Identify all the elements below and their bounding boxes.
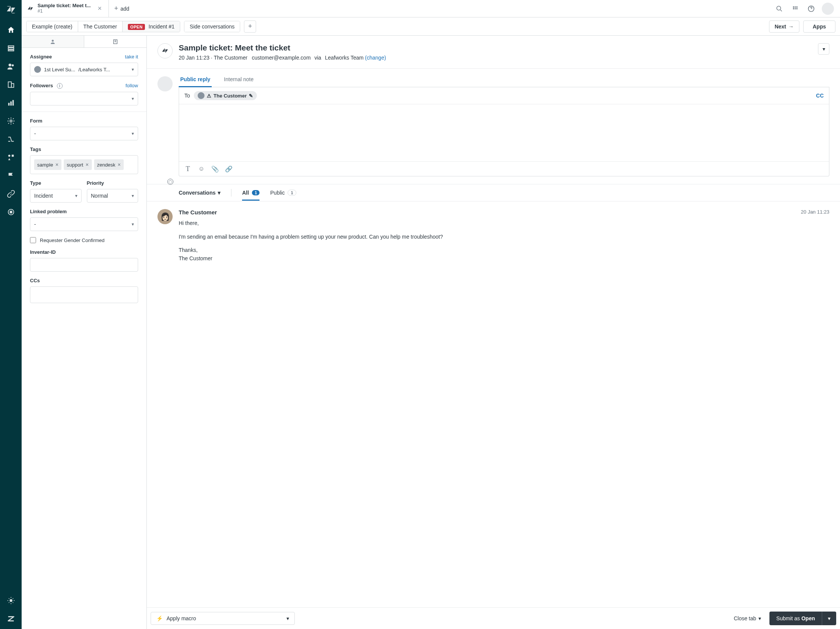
ticket-tab[interactable]: Sample ticket: Meet t... #1 ×: [22, 0, 109, 17]
assignee-select[interactable]: 1st Level Su... /Leafworks T... ▾: [30, 63, 138, 76]
svg-rect-7: [8, 103, 9, 106]
tab-title: Sample ticket: Meet t...: [38, 3, 92, 9]
svg-rect-8: [10, 101, 12, 106]
admin-icon[interactable]: [5, 115, 17, 127]
ticket-tab-icon: [27, 5, 34, 12]
svg-point-3: [8, 64, 11, 66]
svg-point-4: [11, 65, 14, 67]
submit-button[interactable]: Submit as Open: [769, 612, 822, 625]
svg-rect-22: [796, 8, 797, 9]
zendesk-z-icon[interactable]: [5, 613, 17, 624]
incident-label: Incident #1: [149, 24, 175, 30]
secondary-bar: Example (create) The Customer OPEN Incid…: [22, 17, 840, 36]
type-select[interactable]: Incident ▾: [30, 189, 82, 203]
message-time: 20 Jan 11:23: [801, 209, 829, 216]
customers-icon[interactable]: [5, 61, 17, 72]
link-insert-icon[interactable]: 🔗: [225, 166, 232, 172]
plus-icon: +: [114, 5, 118, 13]
brightness-icon[interactable]: [5, 595, 17, 606]
tag-item: sample×: [34, 159, 62, 170]
chevron-down-icon: ▾: [823, 46, 825, 52]
add-tab-button[interactable]: + add: [109, 0, 135, 17]
priority-select[interactable]: Normal ▾: [87, 189, 139, 203]
followers-label: Followers: [30, 83, 53, 88]
submit-more-button[interactable]: ▾: [822, 612, 836, 625]
follow-link[interactable]: follow: [126, 83, 138, 88]
apps-grid-icon[interactable]: [790, 3, 801, 14]
ticket-view: Sample ticket: Meet the ticket 20 Jan 11…: [147, 36, 840, 629]
reply-textarea[interactable]: [179, 104, 829, 161]
flag-icon[interactable]: [5, 170, 17, 181]
routing-icon[interactable]: [5, 134, 17, 145]
breadcrumb-incident[interactable]: OPEN Incident #1: [123, 21, 180, 32]
search-icon[interactable]: [774, 3, 785, 14]
svg-point-24: [52, 39, 54, 41]
count-badge: 1: [287, 190, 296, 196]
expand-button[interactable]: ▾: [818, 43, 829, 55]
home-icon[interactable]: [5, 24, 17, 36]
svg-rect-12: [11, 155, 14, 157]
remove-tag-icon[interactable]: ×: [55, 162, 58, 168]
message-text: Hi there, I'm sending an email because I…: [179, 219, 829, 263]
assignee-label: Assignee: [30, 54, 52, 60]
breadcrumb-example[interactable]: Example (create): [27, 21, 78, 32]
apply-macro-button[interactable]: ⚡ Apply macro ▾: [151, 612, 295, 625]
edit-icon[interactable]: ✎: [249, 93, 253, 99]
followers-select[interactable]: ▾: [30, 92, 138, 106]
take-it-link[interactable]: take it: [125, 54, 138, 60]
agent-badge-icon: ◯: [167, 179, 174, 185]
organizations-icon[interactable]: [5, 79, 17, 90]
tags-input[interactable]: sample× support× zendesk×: [30, 155, 138, 174]
close-tab-button[interactable]: Close tab ▾: [731, 612, 763, 624]
help-icon[interactable]: [806, 3, 816, 14]
info-icon[interactable]: i: [57, 83, 63, 89]
link-icon[interactable]: [5, 188, 17, 200]
requester-gender-checkbox[interactable]: [30, 237, 36, 243]
apps-shapes-icon[interactable]: [5, 152, 17, 163]
remove-tag-icon[interactable]: ×: [118, 162, 121, 168]
conv-tab-public[interactable]: Public 1: [270, 190, 296, 200]
recipient-chip[interactable]: ⚠ The Customer ✎: [194, 91, 257, 100]
type-label: Type: [30, 180, 82, 186]
form-select[interactable]: - ▾: [30, 127, 138, 140]
add-side-conversation-button[interactable]: +: [244, 20, 256, 33]
tab-internal-note[interactable]: Internal note: [222, 76, 255, 87]
ccs-label: CCs: [30, 278, 138, 284]
agent-avatar: [158, 76, 173, 91]
ticket-sidebar: Assignee take it 1st Level Su... /Leafwo…: [22, 36, 147, 629]
svg-point-10: [10, 120, 12, 122]
change-link[interactable]: (change): [365, 55, 386, 61]
breadcrumb-customer[interactable]: The Customer: [78, 21, 123, 32]
message: 👩🏻 The Customer 20 Jan 11:23 Hi there, I…: [158, 209, 829, 268]
svg-rect-20: [793, 8, 794, 9]
form-label: Form: [30, 118, 138, 124]
ticket-meta: 20 Jan 11:23 · The Customer customer@exa…: [179, 55, 812, 61]
conv-tab-all[interactable]: All 1: [242, 190, 259, 200]
sidebar-tab-user[interactable]: [22, 36, 84, 47]
sidebar-tab-ticket[interactable]: [84, 36, 147, 47]
inventar-id-input[interactable]: [30, 258, 138, 272]
attachment-icon[interactable]: 📎: [212, 166, 218, 172]
message-avatar: 👩🏻: [158, 209, 173, 224]
svg-rect-5: [8, 82, 11, 88]
next-button[interactable]: Next →: [769, 20, 799, 33]
circle-status-icon[interactable]: [5, 207, 17, 218]
cc-link[interactable]: CC: [816, 93, 824, 99]
remove-tag-icon[interactable]: ×: [85, 162, 88, 168]
apps-button[interactable]: Apps: [803, 20, 835, 33]
views-icon[interactable]: [5, 43, 17, 54]
zendesk-logo-icon[interactable]: [6, 5, 16, 14]
side-conversations-button[interactable]: Side conversations: [185, 21, 240, 32]
chevron-down-icon: ▾: [132, 131, 134, 136]
message-author: The Customer: [179, 209, 217, 216]
linked-problem-select[interactable]: - ▾: [30, 218, 138, 231]
text-format-icon[interactable]: T: [185, 166, 191, 172]
emoji-icon[interactable]: ☺: [198, 166, 205, 172]
requester-gender-label: Requester Gender Confirmed: [40, 238, 105, 243]
user-avatar[interactable]: [822, 3, 834, 15]
conversations-dropdown[interactable]: Conversations ▾: [179, 190, 220, 200]
reporting-icon[interactable]: [5, 97, 17, 109]
tab-public-reply[interactable]: Public reply: [179, 76, 212, 87]
close-tab-icon[interactable]: ×: [96, 3, 103, 14]
ccs-input[interactable]: [30, 287, 138, 303]
